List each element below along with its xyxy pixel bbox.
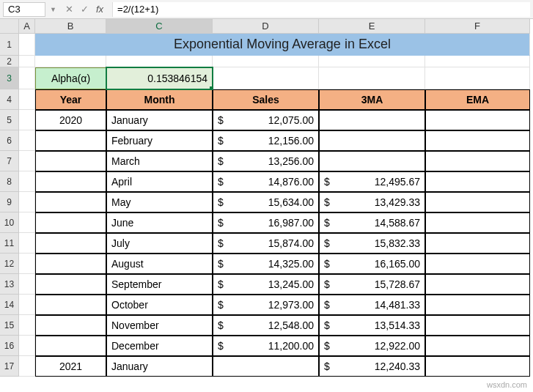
cell-month[interactable]: January [106, 110, 213, 130]
cell-year[interactable] [35, 212, 106, 233]
cell-sales[interactable]: $16,987.00 [213, 212, 319, 233]
cell-year[interactable] [35, 274, 106, 295]
cell-ema[interactable] [425, 336, 530, 356]
cell-month[interactable]: March [106, 151, 213, 171]
col-header-C[interactable]: C [106, 19, 213, 34]
cell[interactable] [425, 67, 530, 89]
row-header-7[interactable]: 7 [0, 151, 19, 171]
cell-3ma[interactable]: $12,240.33 [319, 356, 425, 377]
cell-sales[interactable]: $14,876.00 [213, 171, 319, 192]
cell-3ma[interactable]: $13,514.33 [319, 315, 425, 336]
cell-year[interactable] [35, 151, 106, 171]
cell-year[interactable]: 2021 [35, 356, 106, 377]
cell-3ma[interactable]: $12,922.00 [319, 336, 425, 356]
cell-sales[interactable]: $12,075.00 [213, 110, 319, 130]
cell-3ma[interactable]: $16,165.00 [319, 254, 425, 274]
cell-sales[interactable]: $15,874.00 [213, 233, 319, 254]
cell-month[interactable]: October [106, 295, 213, 315]
row-header-6[interactable]: 6 [0, 130, 19, 151]
cell-ema[interactable] [425, 151, 530, 171]
cell-ema[interactable] [425, 171, 530, 192]
cell-year[interactable]: 2020 [35, 110, 106, 130]
cell[interactable] [19, 315, 35, 336]
cell-3ma[interactable] [319, 130, 425, 151]
cell-year[interactable] [35, 254, 106, 274]
cell-sales[interactable]: $13,256.00 [213, 151, 319, 171]
cell[interactable] [19, 295, 35, 315]
cell-ema[interactable] [425, 212, 530, 233]
name-box[interactable]: C3 [3, 2, 45, 17]
row-header-10[interactable]: 10 [0, 212, 19, 233]
select-all-corner[interactable] [0, 19, 19, 34]
col-header-A[interactable]: A [19, 19, 35, 34]
cell-month[interactable]: June [106, 212, 213, 233]
cell-month[interactable]: November [106, 315, 213, 336]
cell-ema[interactable] [425, 130, 530, 151]
row-header-9[interactable]: 9 [0, 192, 19, 212]
row-header-11[interactable]: 11 [0, 233, 19, 254]
cell-sales[interactable]: $12,548.00 [213, 315, 319, 336]
cell-year[interactable] [35, 336, 106, 356]
cell[interactable] [19, 67, 35, 89]
row-header-5[interactable]: 5 [0, 110, 19, 130]
col-header-B[interactable]: B [35, 19, 106, 34]
row-header-2[interactable]: 2 [0, 56, 19, 67]
row-header-14[interactable]: 14 [0, 295, 19, 315]
cell-3ma[interactable]: $15,832.33 [319, 233, 425, 254]
cell[interactable] [35, 56, 106, 67]
alpha-value[interactable]: 0.153846154 [106, 67, 213, 89]
row-header-8[interactable]: 8 [0, 171, 19, 192]
cell[interactable] [19, 274, 35, 295]
cell-3ma[interactable]: $12,495.67 [319, 171, 425, 192]
row-header-3[interactable]: 3 [0, 67, 19, 89]
cell-ema[interactable] [425, 274, 530, 295]
cell-sales[interactable]: $12,156.00 [213, 130, 319, 151]
alpha-label[interactable]: Alpha(α) [35, 67, 106, 89]
row-header-4[interactable]: 4 [0, 89, 19, 110]
cell[interactable] [319, 67, 425, 89]
cell-3ma[interactable] [319, 110, 425, 130]
cell-3ma[interactable]: $14,588.67 [319, 212, 425, 233]
cell[interactable] [425, 56, 530, 67]
cell[interactable] [19, 212, 35, 233]
cell-sales[interactable]: $12,973.00 [213, 295, 319, 315]
header-year[interactable]: Year [35, 89, 106, 110]
cell-sales[interactable]: $13,245.00 [213, 274, 319, 295]
fill-handle[interactable] [210, 86, 213, 89]
cell[interactable] [19, 34, 35, 56]
cell[interactable] [19, 130, 35, 151]
row-header-17[interactable]: 17 [0, 356, 19, 377]
cell[interactable] [319, 56, 425, 67]
cell-sales[interactable]: $14,325.00 [213, 254, 319, 274]
cell[interactable] [213, 56, 319, 67]
cell-ema[interactable] [425, 254, 530, 274]
cell-year[interactable] [35, 130, 106, 151]
cell-3ma[interactable] [319, 151, 425, 171]
cell-month[interactable]: July [106, 233, 213, 254]
cell-ema[interactable] [425, 192, 530, 212]
cell-ema[interactable] [425, 356, 530, 377]
row-header-12[interactable]: 12 [0, 254, 19, 274]
cell-sales[interactable] [213, 356, 319, 377]
col-header-F[interactable]: F [425, 19, 530, 34]
cell-year[interactable] [35, 233, 106, 254]
fx-icon[interactable]: fx [96, 4, 103, 15]
cell-year[interactable] [35, 295, 106, 315]
cell-month[interactable]: May [106, 192, 213, 212]
cell[interactable] [19, 151, 35, 171]
cell[interactable] [19, 89, 35, 110]
row-header-15[interactable]: 15 [0, 315, 19, 336]
enter-icon[interactable]: ✓ [81, 4, 89, 15]
cell-month[interactable]: February [106, 130, 213, 151]
cells-area[interactable]: Exponential Moving Average in ExcelAlpha… [19, 34, 530, 377]
cell-year[interactable] [35, 171, 106, 192]
cell[interactable] [19, 233, 35, 254]
cell-year[interactable] [35, 192, 106, 212]
cell-month[interactable]: August [106, 254, 213, 274]
cell-sales[interactable]: $15,634.00 [213, 192, 319, 212]
cell-month[interactable]: January [106, 356, 213, 377]
header-month[interactable]: Month [106, 89, 213, 110]
cell-ema[interactable] [425, 110, 530, 130]
col-header-E[interactable]: E [319, 19, 425, 34]
cell[interactable] [213, 67, 319, 89]
